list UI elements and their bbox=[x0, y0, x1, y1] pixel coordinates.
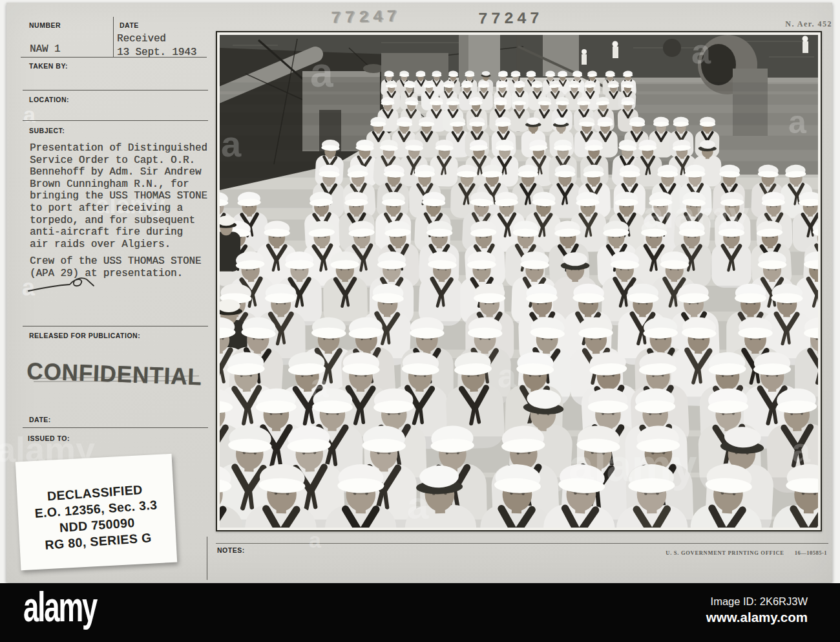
subject-label: SUBJECT: bbox=[29, 127, 65, 135]
svg-text:a: a bbox=[310, 49, 333, 96]
archive-ref: N. Aer. 452 bbox=[785, 19, 832, 29]
image-id-line: Image ID: 2K6RJ3W bbox=[711, 595, 808, 608]
form-divider bbox=[113, 17, 114, 57]
image-id-label: Image ID: bbox=[711, 595, 757, 607]
date-issued-label: DATE: bbox=[29, 416, 51, 424]
crew-photo-illustration: a a a a a a a alamy alamy a bbox=[220, 35, 818, 528]
number-label: NUMBER bbox=[29, 21, 61, 30]
svg-text:a: a bbox=[792, 431, 811, 469]
form-divider bbox=[207, 537, 207, 580]
released-label: RELEASED FOR PUBLICATION: bbox=[29, 332, 140, 340]
svg-text:a: a bbox=[221, 123, 242, 164]
svg-text:alamy: alamy bbox=[643, 193, 749, 235]
form-rule bbox=[23, 427, 208, 428]
location-label: LOCATION: bbox=[29, 96, 69, 104]
printer-credit-line: U. S. GOVERNMENT PRINTING OFFICE16—10585… bbox=[666, 550, 827, 556]
alamy-logo: alamy bbox=[23, 586, 96, 628]
form-rule bbox=[216, 543, 828, 544]
form-rule bbox=[23, 120, 208, 121]
printer-credit: U. S. GOVERNMENT PRINTING OFFICE bbox=[666, 550, 784, 556]
image-id-value: 2K6RJ3W bbox=[760, 595, 808, 607]
photo-card-scan: a a alamy a alamy a NUMBER DATE NAW 1 Re… bbox=[0, 0, 840, 642]
svg-text:a: a bbox=[498, 357, 517, 394]
svg-text:a: a bbox=[407, 484, 429, 527]
photo-number-stamp-right: 77247 bbox=[478, 10, 543, 29]
date-label: DATE bbox=[120, 21, 139, 30]
crew-crowd bbox=[220, 70, 818, 528]
confidential-stamp: CONFIDENTIAL bbox=[26, 359, 190, 389]
crew-photo: a a a a a a a alamy alamy a bbox=[216, 31, 822, 531]
notes-label: NOTES: bbox=[217, 546, 245, 555]
subject-text: Presentation of Distinguished Service Or… bbox=[30, 142, 207, 250]
number-value: NAW 1 bbox=[30, 43, 60, 56]
issued-to-label: ISSUED TO: bbox=[28, 434, 70, 443]
declassified-stamp: DECLASSIFIED E.O. 12356, Sec. 3.3 NDD 75… bbox=[16, 480, 176, 555]
form-rule bbox=[23, 90, 208, 91]
svg-text:alamy: alamy bbox=[569, 440, 697, 491]
photo-number-stamp-left: 77247 bbox=[331, 7, 401, 28]
taken-by-label: TAKEN BY: bbox=[29, 62, 68, 70]
form-rule bbox=[23, 326, 208, 326]
svg-text:a: a bbox=[691, 35, 711, 70]
handwritten-mark bbox=[27, 275, 98, 294]
declassified-slip: DECLASSIFIED E.O. 12356, Sec. 3.3 NDD 75… bbox=[16, 454, 177, 570]
svg-text:a: a bbox=[788, 104, 807, 140]
date-received-value: Received 13 Sept. 1943 bbox=[117, 32, 196, 59]
printer-code: 16—10585-1 bbox=[795, 550, 827, 556]
svg-text:a: a bbox=[310, 367, 330, 404]
alamy-url: www.alamy.com bbox=[706, 610, 808, 625]
